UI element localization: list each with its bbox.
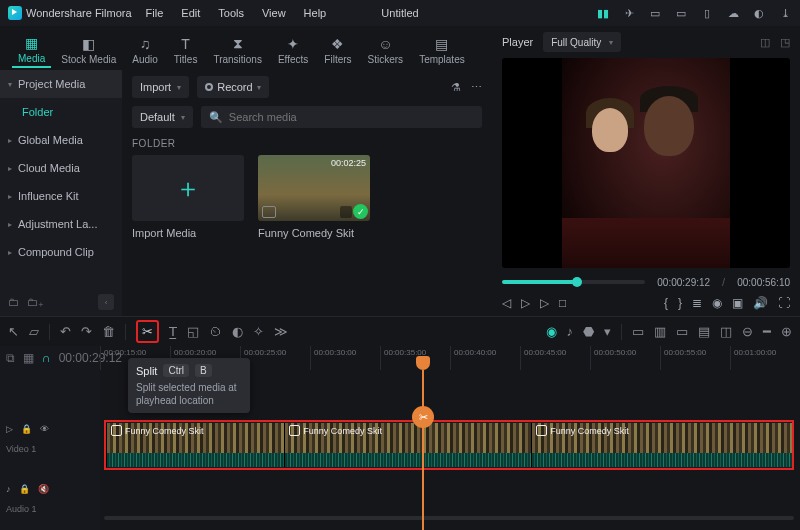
zoom-slider[interactable]: ━ (763, 324, 771, 339)
sidebar-item-adjustment-layer[interactable]: ▸Adjustment La... (0, 210, 122, 238)
compare-view-icon[interactable]: ◫ (760, 36, 770, 49)
quality-dropdown[interactable]: Full Quality▾ (543, 32, 621, 52)
delete-button[interactable]: 🗑 (102, 324, 115, 339)
cloud-icon[interactable]: ☁ (726, 7, 740, 20)
menu-help[interactable]: Help (304, 7, 327, 19)
shortcut-key: Ctrl (163, 364, 189, 377)
search-media[interactable]: 🔍 (201, 106, 482, 128)
sidebar-item-global-media[interactable]: ▸Global Media (0, 126, 122, 154)
new-bin-icon[interactable]: 🗀₊ (27, 296, 44, 309)
menu-tools[interactable]: Tools (218, 7, 244, 19)
save-icon[interactable]: ▭ (674, 7, 688, 20)
filter-icon[interactable]: ⚗ (451, 81, 461, 94)
more-icon[interactable]: ⋯ (471, 81, 482, 94)
volume-icon[interactable]: 🔊 (753, 296, 768, 310)
mute-icon[interactable]: 🔇 (38, 484, 49, 494)
prev-frame-button[interactable]: ◁ (502, 296, 511, 310)
snap-icon[interactable]: ∩ (42, 351, 51, 365)
menu-file[interactable]: File (146, 7, 164, 19)
fullscreen-icon[interactable]: ⛶ (778, 296, 790, 310)
mark-in-icon[interactable]: { (664, 296, 668, 310)
support-icon[interactable]: ◐ (752, 7, 766, 20)
import-dropdown[interactable]: Import▾ (132, 76, 189, 98)
split-button[interactable]: ✂ (136, 320, 159, 343)
playback-slider[interactable] (502, 280, 645, 284)
snapshot-icon[interactable]: ▣ (732, 296, 743, 310)
sidebar-item-folder[interactable]: Folder (0, 98, 122, 126)
selection-tool-icon[interactable]: ▱ (29, 324, 39, 339)
audio-track-empty[interactable] (104, 516, 794, 520)
next-frame-button[interactable]: ▷ (540, 296, 549, 310)
speed-tool-icon[interactable]: ⏲ (209, 324, 222, 339)
adjust-icon[interactable]: ◫ (720, 324, 732, 339)
gift-icon[interactable]: ▮▮ (596, 7, 610, 20)
sidebar-item-compound-clip[interactable]: ▸Compound Clip (0, 238, 122, 266)
tab-audio[interactable]: ♫Audio (126, 34, 164, 67)
snapshot-grid-icon[interactable]: ◳ (780, 36, 790, 49)
timeline-clip[interactable]: Funny Comedy Skit (531, 423, 792, 467)
export-icon[interactable]: ⤓ (778, 7, 792, 20)
ai-tool-icon[interactable]: ✧ (253, 324, 264, 339)
track-manage-icon[interactable]: ▥ (654, 324, 666, 339)
new-folder-icon[interactable]: 🗀 (8, 296, 19, 308)
playhead[interactable]: ✂ (422, 370, 424, 530)
tab-titles[interactable]: TTitles (168, 34, 204, 67)
tab-effects[interactable]: ✦Effects (272, 34, 314, 67)
audio-track-header[interactable]: ♪ 🔒 🔇 (6, 484, 49, 494)
redo-button[interactable]: ↷ (81, 324, 92, 339)
media-clip-tile[interactable]: 00:02:25 ✓ Funny Comedy Skit (258, 155, 370, 239)
sort-dropdown[interactable]: Default▾ (132, 106, 193, 128)
link-icon[interactable]: ⧉ (6, 351, 15, 365)
tab-templates[interactable]: ▤Templates (413, 34, 471, 67)
timeline: ⧉ ▦ ∩ 00:00:29:12 ▷ 🔒 👁 Video 1 ♪ 🔒 🔇 Au… (0, 346, 800, 530)
send-icon[interactable]: ✈ (622, 7, 636, 20)
timeline-clip[interactable]: Funny Comedy Skit (106, 423, 284, 467)
group-icon[interactable]: ▦ (23, 351, 34, 365)
ai-assistant-icon[interactable]: ◉ (546, 324, 557, 339)
lock-icon[interactable]: 🔒 (21, 424, 32, 434)
visibility-icon[interactable]: 👁 (40, 424, 49, 434)
text-tool-icon[interactable]: T̲ (169, 324, 177, 339)
playback-settings-icon[interactable]: ≣ (692, 296, 702, 310)
stop-button[interactable]: □ (559, 296, 566, 310)
mark-out-icon[interactable]: } (678, 296, 682, 310)
crop-tool-icon[interactable]: ◱ (187, 324, 199, 339)
playhead-handle-icon[interactable] (416, 356, 430, 370)
tab-stock-media[interactable]: ◧Stock Media (55, 34, 122, 67)
library-icon[interactable]: ▯ (700, 7, 714, 20)
video-preview[interactable] (502, 58, 790, 268)
tab-filters[interactable]: ❖Filters (318, 34, 357, 67)
track-toggle-icon[interactable]: ▭ (632, 324, 644, 339)
color-tool-icon[interactable]: ◐ (232, 324, 243, 339)
zoom-out-icon[interactable]: ⊖ (742, 324, 753, 339)
search-input[interactable] (229, 111, 474, 123)
sidebar-item-project-media[interactable]: ▾Project Media (0, 70, 122, 98)
voice-icon[interactable]: ◉ (712, 296, 722, 310)
sidebar-item-influence-kit[interactable]: ▸Influence Kit (0, 182, 122, 210)
render-icon[interactable]: ▾ (604, 324, 611, 339)
video-track-header[interactable]: ▷ 🔒 👁 (6, 424, 49, 434)
zoom-in-icon[interactable]: ⊕ (781, 324, 792, 339)
mixer-icon[interactable]: ♪ (567, 324, 574, 339)
play-button[interactable]: ▷ (521, 296, 530, 310)
collapse-sidebar-button[interactable]: ‹ (98, 294, 114, 310)
lock-icon[interactable]: 🔒 (19, 484, 30, 494)
marker-icon[interactable]: ⬣ (583, 324, 594, 339)
menu-view[interactable]: View (262, 7, 286, 19)
audio-track-label: Audio 1 (6, 504, 37, 514)
zoom-fit-icon[interactable]: ▭ (676, 324, 688, 339)
playhead-split-icon[interactable]: ✂ (412, 406, 434, 428)
tab-stickers[interactable]: ☺Stickers (362, 34, 410, 67)
menu-edit[interactable]: Edit (181, 7, 200, 19)
timeline-clip[interactable]: Funny Comedy Skit (284, 423, 531, 467)
undo-button[interactable]: ↶ (60, 324, 71, 339)
more-tools-icon[interactable]: ≫ (274, 324, 288, 339)
record-dropdown[interactable]: Record▾ (197, 76, 268, 98)
pointer-tool-icon[interactable]: ↖ (8, 324, 19, 339)
window-icon[interactable]: ▭ (648, 7, 662, 20)
tab-media[interactable]: ▦Media (12, 33, 51, 68)
tab-transitions[interactable]: ⧗Transitions (207, 33, 268, 67)
import-media-tile[interactable]: ＋ Import Media (132, 155, 244, 239)
sidebar-item-cloud-media[interactable]: ▸Cloud Media (0, 154, 122, 182)
settings-icon[interactable]: ▤ (698, 324, 710, 339)
